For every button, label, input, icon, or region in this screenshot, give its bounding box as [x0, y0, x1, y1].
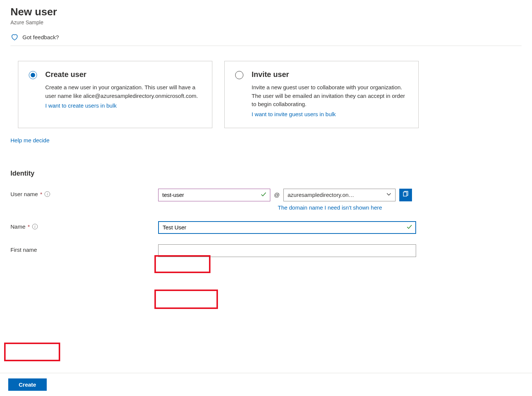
chevron-down-icon [386, 192, 391, 198]
at-symbol: @ [274, 192, 280, 198]
domain-value: azuresampledirectory.on… [287, 192, 354, 198]
page-title: New user [10, 6, 522, 18]
identity-heading: Identity [10, 170, 522, 177]
invite-user-title: Invite user [252, 70, 408, 79]
feedback-label: Got feedback? [22, 34, 59, 40]
highlight-box [154, 255, 210, 267]
create-user-card[interactable]: Create user Create a new user in your or… [18, 61, 212, 128]
info-icon[interactable]: i [32, 224, 38, 229]
info-icon[interactable]: i [44, 191, 50, 197]
svg-rect-0 [403, 192, 407, 196]
check-icon [406, 224, 412, 231]
create-user-radio[interactable] [29, 71, 37, 79]
username-label: User name [10, 191, 38, 197]
copy-button[interactable] [399, 189, 412, 201]
invite-user-desc: Invite a new guest user to collaborate w… [252, 83, 408, 109]
page-subtitle: Azure Sample [10, 19, 522, 25]
username-input[interactable] [158, 189, 270, 201]
heart-icon [10, 33, 19, 41]
name-input[interactable] [158, 221, 416, 234]
help-decide-link[interactable]: Help me decide [10, 137, 49, 143]
create-user-desc: Create a new user in your organization. … [45, 83, 202, 100]
domain-select[interactable]: azuresampledirectory.on… [283, 189, 396, 201]
required-marker: * [28, 223, 30, 230]
domain-help-link[interactable]: The domain name I need isn't shown here [278, 204, 382, 211]
invite-user-card[interactable]: Invite user Invite a new guest user to c… [224, 61, 419, 128]
create-bulk-link[interactable]: I want to create users in bulk [45, 102, 117, 109]
check-icon [261, 191, 267, 198]
firstname-label: First name [10, 247, 37, 253]
copy-icon [402, 191, 409, 199]
create-user-title: Create user [45, 70, 202, 79]
name-label: Name [10, 223, 25, 230]
required-marker: * [40, 191, 42, 197]
invite-user-radio[interactable] [235, 71, 243, 79]
invite-bulk-link[interactable]: I want to invite guest users in bulk [252, 111, 336, 117]
feedback-button[interactable]: Got feedback? [10, 33, 522, 46]
firstname-input[interactable] [158, 244, 416, 257]
